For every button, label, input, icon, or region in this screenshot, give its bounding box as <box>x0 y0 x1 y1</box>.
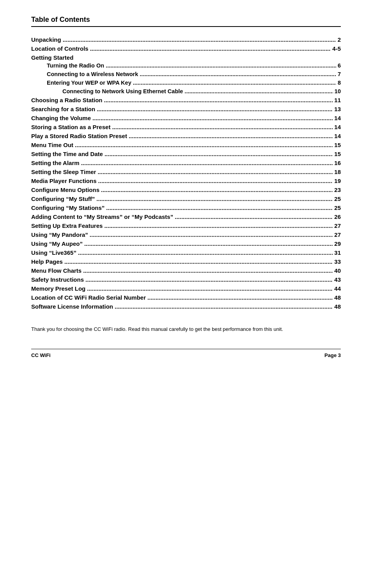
entry-dots: ........................................… <box>133 80 336 86</box>
entry-label: Configure Menu Options <box>31 187 99 193</box>
toc-entry: Searching for a Station ................… <box>31 106 341 112</box>
toc-entry: Setting Up Extra Features ..............… <box>31 222 341 229</box>
page-container: Table of Contents Unpacking ............… <box>31 16 341 358</box>
entry-dots: ........................................… <box>96 195 333 202</box>
toc-entry: Location of Controls ...................… <box>31 45 341 52</box>
entry-label: Help Pages <box>31 258 63 265</box>
entry-dots: ........................................… <box>106 204 333 211</box>
entry-page: 13 <box>334 106 341 112</box>
entry-page: 4-5 <box>332 45 341 52</box>
toc-entry: Media Player Functions .................… <box>31 178 341 184</box>
entry-label: Setting the Sleep Timer <box>31 169 96 175</box>
entry-page: 29 <box>334 240 341 247</box>
entry-label: Media Player Functions <box>31 178 97 184</box>
entry-dots: ........................................… <box>90 45 331 52</box>
entry-page: 15 <box>334 142 341 148</box>
entry-page: 23 <box>334 187 341 193</box>
entry-page: 44 <box>334 285 341 292</box>
entry-dots: ........................................… <box>64 258 333 265</box>
entry-label: Changing the Volume <box>31 115 91 121</box>
entry-page: 25 <box>334 195 341 202</box>
entry-label: Location of CC WiFi Radio Serial Number <box>31 294 146 301</box>
entry-label: Setting the Alarm <box>31 160 80 166</box>
entry-label: Setting the Time and Date <box>31 151 103 157</box>
toc-entry: Adding Content to “My Streams” or “My Po… <box>31 213 341 220</box>
entry-dots: ........................................… <box>87 285 333 292</box>
entry-label: Using “My Aupeo” <box>31 240 83 247</box>
entry-dots: ........................................… <box>63 36 336 43</box>
entry-label: Play a Stored Radio Station Preset <box>31 133 127 139</box>
toc-entry: Setting the Time and Date ..............… <box>31 151 341 157</box>
entry-label: Connecting to a Wireless Network <box>47 71 138 77</box>
toc-entry: Choosing a Radio Station ...............… <box>31 97 341 103</box>
toc-entry: Configure Menu Options .................… <box>31 187 341 193</box>
footer-right: Page 3 <box>324 352 341 358</box>
toc-entry: Using “Live365” ........................… <box>31 249 341 256</box>
entry-page: 6 <box>338 62 341 69</box>
entry-dots: ........................................… <box>101 187 333 193</box>
entry-label: Software License Information <box>31 303 113 310</box>
entry-label: Using “Live365” <box>31 249 76 256</box>
entry-page: 14 <box>334 124 341 130</box>
entry-label: Memory Preset Log <box>31 285 85 292</box>
entry-label: Turning the Radio On <box>47 62 104 69</box>
entry-label: Adding Content to “My Streams” or “My Po… <box>31 213 173 220</box>
toc-entry: Changing the Volume ....................… <box>31 115 341 121</box>
entry-page: 11 <box>334 97 341 103</box>
entry-dots: ........................................… <box>83 267 333 274</box>
entry-label: Unpacking <box>31 36 61 43</box>
entry-page: 33 <box>334 258 341 265</box>
entry-dots: ........................................… <box>147 294 333 301</box>
toc-entry: Getting Started <box>31 54 341 61</box>
entry-page: 2 <box>338 36 341 43</box>
entry-label: Choosing a Radio Station <box>31 97 103 103</box>
toc-entry: Help Pages .............................… <box>31 258 341 265</box>
toc-entry: Entering Your WEP or WPA Key ...........… <box>31 80 341 86</box>
toc-entry: Menu Flow Charts .......................… <box>31 267 341 274</box>
entry-label: Getting Started <box>31 54 73 61</box>
toc-entry: Play a Stored Radio Station Preset .....… <box>31 133 341 139</box>
entry-label: Setting Up Extra Features <box>31 222 103 229</box>
entry-page: 43 <box>334 276 341 283</box>
entry-page: 27 <box>334 231 341 238</box>
entry-label: Entering Your WEP or WPA Key <box>47 80 131 86</box>
toc-entry: Setting the Alarm ......................… <box>31 160 341 166</box>
entry-dots: ........................................… <box>92 115 333 121</box>
entry-page: 48 <box>334 303 341 310</box>
entry-label: Using “My Pandora” <box>31 231 88 238</box>
entry-dots: ........................................… <box>97 169 333 175</box>
entry-dots: ........................................… <box>129 133 333 139</box>
entry-label: Connecting to Network Using Ethernet Cab… <box>62 88 183 94</box>
toc-entry: Using “My Pandora” .....................… <box>31 231 341 238</box>
entry-page: 18 <box>334 169 341 175</box>
entry-dots: ........................................… <box>98 178 333 184</box>
toc-entry: Location of CC WiFi Radio Serial Number … <box>31 294 341 301</box>
entry-page: 27 <box>334 222 341 229</box>
entry-dots: ........................................… <box>81 160 333 166</box>
entry-label: Searching for a Station <box>31 106 95 112</box>
entry-dots: ........................................… <box>112 124 333 130</box>
entry-label: Safety Instructions <box>31 276 84 283</box>
entry-dots: ........................................… <box>84 240 333 247</box>
footer-left: CC WiFi <box>31 352 51 358</box>
entry-page: 14 <box>334 115 341 121</box>
entry-page: 26 <box>334 213 341 220</box>
toc-entry: Unpacking ..............................… <box>31 36 341 43</box>
entry-dots: ........................................… <box>85 276 333 283</box>
toc-entry: Configuring “My Stations” ..............… <box>31 204 341 211</box>
entry-dots: ........................................… <box>140 71 336 77</box>
entry-page: 19 <box>334 178 341 184</box>
entry-dots: ........................................… <box>106 62 336 69</box>
toc-entry: Storing a Station as a Preset ..........… <box>31 124 341 130</box>
entry-page: 40 <box>334 267 341 274</box>
entry-label: Location of Controls <box>31 45 89 52</box>
entry-dots: ........................................… <box>90 231 333 238</box>
toc-heading: Table of Contents <box>31 16 341 27</box>
entry-label: Menu Flow Charts <box>31 267 81 274</box>
page-footer: CC WiFi Page 3 <box>31 349 341 358</box>
toc-entry: Setting the Sleep Timer ................… <box>31 169 341 175</box>
entry-dots: ........................................… <box>105 151 333 157</box>
entry-dots: ........................................… <box>75 142 333 148</box>
toc-entry: Configuring “My Stuff” .................… <box>31 195 341 202</box>
toc-entry: Connecting to a Wireless Network .......… <box>31 71 341 77</box>
